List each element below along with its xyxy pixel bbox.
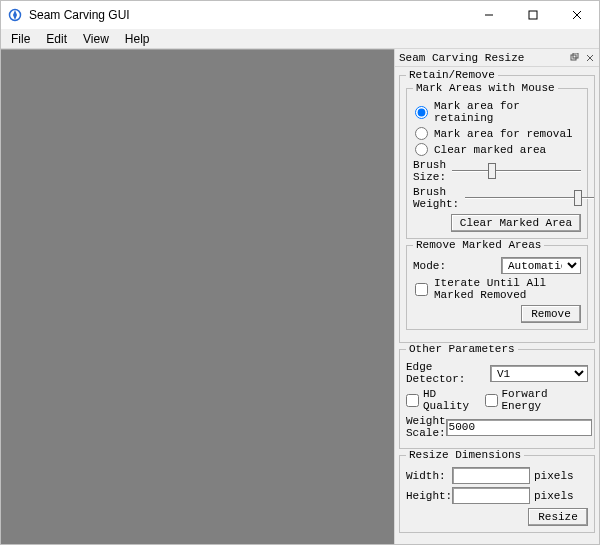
iterate-checkbox[interactable] [415,283,428,296]
remove-btn-row: Remove [413,305,581,323]
brush-size-row: Brush Size: [413,159,581,183]
clear-marked-button[interactable]: Clear Marked Area [451,214,581,232]
radio-clear[interactable] [415,143,428,156]
menu-view[interactable]: View [75,30,117,48]
radio-retain-label[interactable]: Mark area for retaining [434,100,581,124]
window-buttons [467,1,599,29]
radio-remove-row: Mark area for removal [413,127,581,140]
radio-retain[interactable] [415,106,428,119]
weight-scale-label: Weight Scale: [406,415,446,439]
brush-weight-row: Brush Weight: [413,186,581,210]
svg-rect-2 [529,11,537,19]
mode-select[interactable]: Automatic [501,257,581,274]
remove-button[interactable]: Remove [521,305,581,323]
side-panel: Seam Carving Resize Retain/Remove Mark A… [394,49,599,544]
other-params-group: Other Parameters Edge Detector: V1 HD Qu… [399,349,595,449]
iterate-row: Iterate Until All Marked Removed [413,277,581,301]
radio-remove[interactable] [415,127,428,140]
image-canvas[interactable] [1,49,394,544]
other-params-legend: Other Parameters [406,343,518,355]
resize-legend: Resize Dimensions [406,449,524,461]
weight-scale-input[interactable] [446,419,592,436]
menu-file[interactable]: File [3,30,38,48]
iterate-label[interactable]: Iterate Until All Marked Removed [434,277,581,301]
height-label: Height: [406,490,448,502]
dock-float-button[interactable] [567,51,581,65]
radio-clear-label[interactable]: Clear marked area [434,144,546,156]
remove-marked-group: Remove Marked Areas Mode: Automatic Iter… [406,245,588,330]
width-label: Width: [406,470,448,482]
mode-row: Mode: Automatic [413,257,581,274]
menu-edit[interactable]: Edit [38,30,75,48]
maximize-button[interactable] [511,1,555,29]
panel-content: Retain/Remove Mark Areas with Mouse Mark… [395,67,599,544]
radio-clear-row: Clear marked area [413,143,581,156]
window-title: Seam Carving GUI [29,8,467,22]
titlebar: Seam Carving GUI [1,1,599,29]
radio-remove-label[interactable]: Mark area for removal [434,128,573,140]
body-split: Seam Carving Resize Retain/Remove Mark A… [1,49,599,544]
quality-row: HD Quality Forward Energy [406,388,588,412]
retain-remove-legend: Retain/Remove [406,69,498,81]
weight-scale-row: Weight Scale: [406,415,588,439]
width-suffix: pixels [534,470,574,482]
edge-detector-label: Edge Detector: [406,361,490,385]
resize-btn-row: Resize [406,508,588,526]
width-input[interactable] [452,467,530,484]
resize-group: Resize Dimensions Width: pixels Height: … [399,455,595,533]
width-row: Width: pixels [406,467,588,484]
remove-marked-legend: Remove Marked Areas [413,239,544,251]
dock-title: Seam Carving Resize [399,52,524,64]
height-suffix: pixels [534,490,574,502]
forward-energy-label[interactable]: Forward Energy [502,388,588,412]
dock-close-button[interactable] [583,51,597,65]
edge-detector-select[interactable]: V1 [490,365,588,382]
close-button[interactable] [555,1,599,29]
forward-energy-checkbox[interactable] [485,394,498,407]
main-window: Seam Carving GUI File Edit View Help Sea… [0,0,600,545]
mode-label: Mode: [413,260,455,272]
hd-quality-checkbox[interactable] [406,394,419,407]
menu-help[interactable]: Help [117,30,158,48]
brush-size-label: Brush Size: [413,159,446,183]
height-input[interactable] [452,487,530,504]
app-icon [7,7,23,23]
radio-retain-row: Mark area for retaining [413,100,581,124]
minimize-button[interactable] [467,1,511,29]
hd-quality-label[interactable]: HD Quality [423,388,485,412]
retain-remove-group: Retain/Remove Mark Areas with Mouse Mark… [399,75,595,343]
brush-weight-slider[interactable] [465,189,594,207]
mark-areas-legend: Mark Areas with Mouse [413,82,558,94]
edge-detector-row: Edge Detector: V1 [406,361,588,385]
brush-size-slider[interactable] [452,162,581,180]
height-row: Height: pixels [406,487,588,504]
clear-marked-row: Clear Marked Area [413,214,581,232]
mark-areas-group: Mark Areas with Mouse Mark area for reta… [406,88,588,239]
brush-weight-label: Brush Weight: [413,186,459,210]
dock-header: Seam Carving Resize [395,49,599,67]
resize-button[interactable]: Resize [528,508,588,526]
menubar: File Edit View Help [1,29,599,49]
